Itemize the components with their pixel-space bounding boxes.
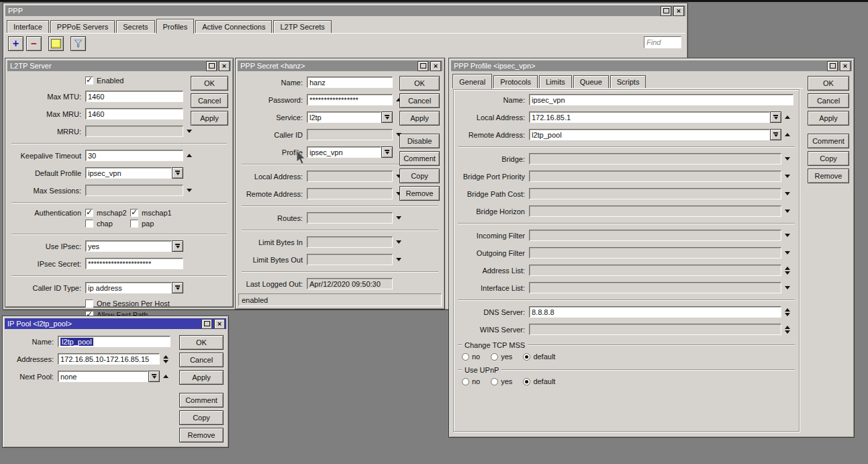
limit-bytes-out-input[interactable]	[307, 254, 393, 265]
local-address-input[interactable]: 172.16.85.1	[529, 111, 770, 123]
chevron-down-icon[interactable]	[187, 130, 192, 133]
combo-dropdown-button[interactable]	[770, 129, 781, 140]
keepalive-timeout-input[interactable]: 30	[85, 150, 183, 161]
upnp-default-radio[interactable]	[523, 378, 530, 385]
tcp-mss-default-radio-item[interactable]: default	[523, 353, 555, 361]
tcp-mss-no-radio-item[interactable]: no	[462, 353, 480, 361]
tcp-mss-yes-radio[interactable]	[491, 353, 498, 361]
ppp-secret-titlebar[interactable]: PPP Secret <hanz>	[238, 60, 442, 71]
copy-button[interactable]: Copy	[179, 410, 224, 425]
copy-button[interactable]: Copy	[808, 151, 849, 166]
filter-button[interactable]	[70, 36, 86, 51]
chevron-down-icon[interactable]	[785, 286, 790, 289]
comment-button[interactable]: Comment	[179, 393, 224, 408]
max-mtu-input[interactable]: 1460	[85, 91, 183, 102]
chevron-down-icon[interactable]	[396, 240, 401, 244]
name-input[interactable]: hanz	[307, 77, 393, 88]
combo-dropdown-button[interactable]	[172, 240, 183, 252]
bridge-input[interactable]	[529, 153, 781, 165]
close-button[interactable]	[214, 319, 225, 329]
apply-button[interactable]: Apply	[399, 111, 440, 126]
close-button[interactable]	[219, 61, 230, 71]
ppp-titlebar[interactable]: PPP	[5, 5, 685, 16]
tab-pppoe-servers[interactable]: PPPoE Servers	[50, 20, 115, 33]
close-button[interactable]	[673, 6, 684, 16]
caller-id-input[interactable]	[307, 129, 393, 140]
add-button[interactable]	[8, 36, 23, 51]
dns-server-input[interactable]: 8.8.8.8	[529, 306, 781, 318]
remove-button[interactable]: Remove	[808, 169, 849, 183]
chevron-down-icon[interactable]	[163, 360, 168, 363]
password-input[interactable]: *****************	[307, 94, 393, 105]
upnp-yes-radio[interactable]	[491, 378, 498, 385]
enabled-checkbox[interactable]	[85, 77, 93, 85]
one-session-per-host-checkbox-item[interactable]: One Session Per Host	[85, 299, 170, 308]
pap-checkbox-item[interactable]: pap	[130, 220, 154, 228]
maximize-button[interactable]	[827, 61, 838, 71]
tcp-mss-yes-radio-item[interactable]: yes	[491, 353, 512, 361]
chevron-down-icon[interactable]	[785, 251, 790, 254]
remote-address-input[interactable]: l2tp_pool	[529, 129, 770, 140]
chevron-up-icon[interactable]	[785, 308, 790, 312]
spinner-arrows[interactable]	[785, 267, 790, 275]
chap-checkbox-item[interactable]: chap	[85, 220, 130, 228]
upnp-yes-radio-item[interactable]: yes	[491, 377, 512, 385]
ok-button[interactable]: OK	[179, 335, 224, 350]
tab-limits[interactable]: Limits	[539, 75, 572, 88]
cancel-button[interactable]: Cancel	[191, 93, 228, 108]
bridge-path-cost-input[interactable]	[529, 188, 781, 199]
upnp-no-radio[interactable]	[462, 378, 469, 385]
apply-button[interactable]: Apply	[808, 111, 849, 126]
chevron-up-icon[interactable]	[785, 326, 790, 329]
chevron-up-icon[interactable]	[785, 267, 790, 270]
maximize-button[interactable]	[661, 6, 671, 16]
combo-dropdown-button[interactable]	[381, 111, 393, 123]
chevron-down-icon[interactable]	[785, 175, 790, 178]
local-address-input[interactable]	[307, 171, 393, 182]
combo-dropdown-button[interactable]	[381, 146, 393, 158]
chevron-down-icon[interactable]	[785, 330, 790, 334]
service-input[interactable]: l2tp	[307, 111, 381, 123]
spinner-arrows[interactable]	[785, 308, 790, 316]
chevron-down-icon[interactable]	[785, 271, 790, 275]
maximize-button[interactable]	[206, 61, 217, 71]
cancel-button[interactable]: Cancel	[179, 353, 224, 367]
default-profile-input[interactable]: ipsec_vpn	[85, 167, 172, 179]
cancel-button[interactable]: Cancel	[399, 93, 440, 108]
chevron-down-icon[interactable]	[396, 258, 401, 261]
limit-bytes-in-input[interactable]	[307, 236, 393, 248]
one-session-per-host-checkbox[interactable]	[85, 299, 93, 308]
name-input[interactable]: l2tp_pool	[58, 336, 171, 347]
combo-dropdown-button[interactable]	[172, 282, 183, 293]
name-input[interactable]: ipsec_vpn	[529, 94, 793, 105]
incoming-filter-input[interactable]	[529, 230, 781, 241]
ppp-profile-titlebar[interactable]: PPP Profile <ipsec_vpn>	[451, 60, 852, 71]
pap-checkbox[interactable]	[130, 220, 138, 228]
tcp-mss-no-radio[interactable]	[462, 353, 469, 361]
close-button[interactable]	[840, 61, 851, 71]
comment-button[interactable]	[48, 36, 64, 51]
bridge-port-priority-input[interactable]	[529, 171, 781, 182]
profile-input[interactable]: ipsec_vpn	[307, 146, 381, 158]
max-sessions-input[interactable]	[85, 185, 183, 196]
mschap1-checkbox-item[interactable]: mschap1	[130, 209, 172, 217]
tab-scripts[interactable]: Scripts	[610, 75, 646, 88]
caller-id-type-input[interactable]: ip address	[85, 282, 172, 293]
tab-protocols[interactable]: Protocols	[493, 75, 538, 88]
tab-interface[interactable]: Interface	[7, 20, 49, 33]
remove-button[interactable]: Remove	[179, 428, 224, 443]
combo-dropdown-button[interactable]	[148, 371, 160, 382]
chevron-down-icon[interactable]	[396, 216, 401, 220]
remove-button[interactable]: Remove	[399, 186, 440, 201]
chevron-down-icon[interactable]	[785, 192, 790, 195]
next-pool-input[interactable]: none	[58, 371, 148, 382]
ip-pool-titlebar[interactable]: IP Pool <l2tp_pool>	[5, 318, 226, 329]
tab-l2tp-secrets[interactable]: L2TP Secrets	[273, 20, 331, 33]
mschap2-checkbox-item[interactable]: mschap2	[85, 209, 130, 217]
comment-button[interactable]: Comment	[808, 134, 849, 148]
tab-secrets[interactable]: Secrets	[116, 20, 154, 33]
tab-active-connections[interactable]: Active Connections	[195, 20, 272, 33]
chevron-up-icon[interactable]	[163, 355, 168, 359]
chevron-up-icon[interactable]	[163, 375, 168, 378]
combo-dropdown-button[interactable]	[172, 167, 183, 179]
